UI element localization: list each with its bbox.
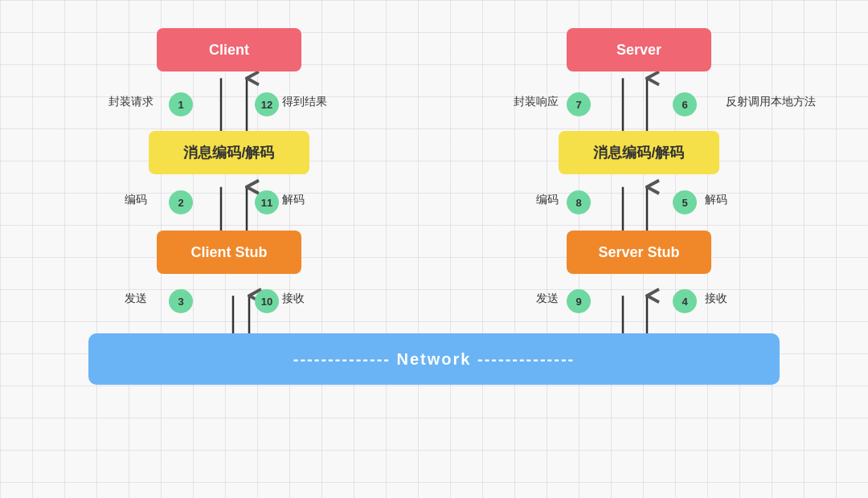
network-bar: -------------- Network -------------- [88,333,780,385]
step-4-label: 接收 [705,292,727,306]
codec-right-box: 消息编码/解码 [559,131,719,174]
codec-right-label: 消息编码/解码 [593,143,684,162]
codec-left-box: 消息编码/解码 [149,131,309,174]
step-12-badge: 12 [255,92,279,116]
step-1-label: 封装请求 [108,95,154,109]
step-3-label: 发送 [125,292,147,306]
step-3-badge: 3 [169,289,193,313]
client-label: Client [209,42,249,59]
server-stub-label: Server Stub [598,244,679,261]
step-8-label: 编码 [536,193,559,207]
client-stub-label: Client Stub [191,244,268,261]
step-6-label: 反射调用本地方法 [726,95,816,109]
step-9-label: 发送 [536,292,559,306]
step-4-badge: 4 [673,289,697,313]
server-label: Server [616,42,661,59]
step-5-badge: 5 [673,190,697,214]
diagram: Client 1 封装请求 12 得到结果 消息编码/解码 2 编码 11 [44,12,824,482]
step-5-label: 解码 [705,193,727,207]
step-11-label: 解码 [282,193,305,207]
step-2-badge: 2 [169,190,193,214]
step-10-badge: 10 [255,289,279,313]
server-stub-box: Server Stub [567,231,711,274]
step-12-label: 得到结果 [282,95,327,109]
codec-left-label: 消息编码/解码 [183,143,274,162]
step-10-label: 接收 [282,292,305,306]
main-layout: Client 1 封装请求 12 得到结果 消息编码/解码 2 编码 11 [0,0,868,498]
step-11-badge: 11 [255,190,279,214]
step-7-label: 封装响应 [514,95,559,109]
step-7-badge: 7 [567,92,591,116]
step-9-badge: 9 [567,289,591,313]
client-stub-box: Client Stub [157,231,301,274]
step-8-badge: 8 [567,190,591,214]
step-1-badge: 1 [169,92,193,116]
step-2-label: 编码 [125,193,147,207]
network-label: -------------- Network -------------- [293,350,575,369]
server-box: Server [567,28,711,71]
client-box: Client [157,28,301,71]
step-6-badge: 6 [673,92,697,116]
